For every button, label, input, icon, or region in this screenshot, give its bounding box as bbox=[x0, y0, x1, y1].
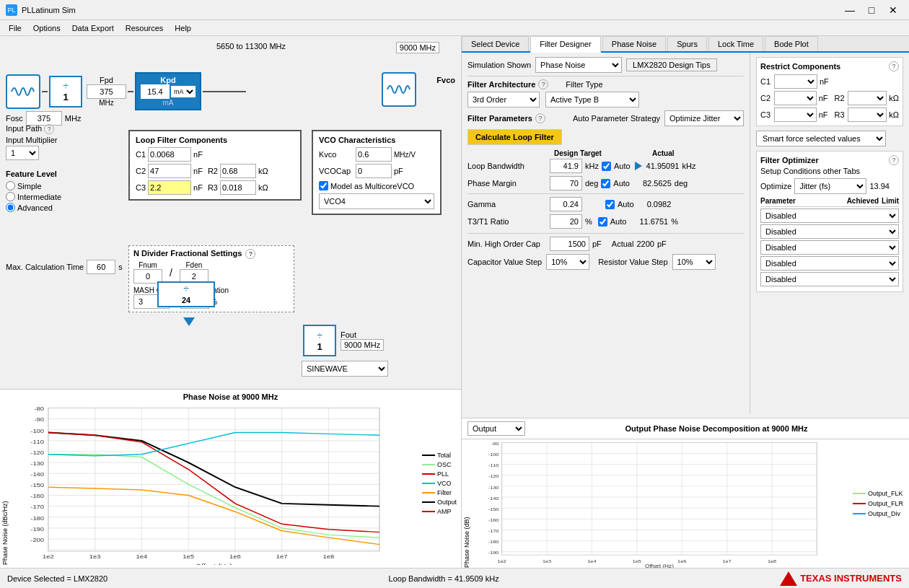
svg-text:-170: -170 bbox=[488, 529, 499, 533]
auto-param-select[interactable]: Optimize Jitter bbox=[664, 110, 744, 126]
kpd-input[interactable] bbox=[141, 84, 170, 99]
restrict-r3[interactable] bbox=[848, 107, 887, 122]
content-area: 5650 to 11300 MHz 9000 MHz bbox=[0, 36, 909, 568]
loop-bw-label: Loop Bandwidth bbox=[467, 162, 547, 170]
input-path-info[interactable]: ? bbox=[44, 124, 54, 134]
phase-chart-legend: Total OSC PLL VCO Filter Output AMP bbox=[418, 401, 461, 565]
menu-data-export[interactable]: Data Export bbox=[66, 22, 120, 34]
tab-bode-plot[interactable]: Bode Plot bbox=[765, 36, 818, 51]
min-cap-input[interactable] bbox=[550, 237, 589, 251]
svg-marker-83 bbox=[780, 571, 797, 586]
close-button[interactable]: ✕ bbox=[883, 3, 903, 17]
restrict-c3[interactable] bbox=[774, 107, 817, 122]
svg-text:-180: -180 bbox=[488, 540, 499, 544]
feature-advanced-radio[interactable] bbox=[6, 203, 15, 212]
tab-lock-time[interactable]: Lock Time bbox=[708, 36, 763, 51]
svg-text:-100: -100 bbox=[30, 427, 44, 434]
gamma-input[interactable] bbox=[550, 197, 582, 211]
c1-input[interactable] bbox=[148, 147, 191, 162]
restrict-c1[interactable] bbox=[774, 74, 817, 89]
titlebar-left: PL PLLatinum Sim bbox=[6, 4, 76, 16]
res-step-select[interactable]: 10% bbox=[672, 254, 716, 270]
optimizer-row-5[interactable]: Disabled bbox=[760, 272, 899, 286]
vco-select[interactable]: VCO4 bbox=[319, 193, 434, 209]
filter-type-label: Filter Type bbox=[566, 80, 602, 89]
optimizer-row-2[interactable]: Disabled bbox=[760, 224, 899, 239]
tab-filter-designer[interactable]: Filter Designer bbox=[530, 36, 601, 53]
svg-text:-120: -120 bbox=[30, 449, 44, 456]
calculate-button[interactable]: Calculate Loop Filter bbox=[467, 129, 562, 145]
svg-text:Offset (Hz): Offset (Hz) bbox=[645, 563, 674, 568]
svg-text:-130: -130 bbox=[488, 485, 499, 489]
feature-intermediate[interactable]: Intermediate bbox=[6, 192, 61, 201]
svg-text:-150: -150 bbox=[30, 482, 44, 488]
menu-options[interactable]: Options bbox=[27, 22, 66, 34]
svg-text:1e7: 1e7 bbox=[276, 553, 288, 559]
smart-force-select[interactable]: Smart force selected values bbox=[756, 131, 886, 146]
actual-header: Actual bbox=[652, 149, 675, 157]
restrict-c2[interactable] bbox=[774, 91, 817, 105]
loop-bw-auto-checkbox[interactable] bbox=[602, 162, 611, 171]
restrict-info[interactable]: ? bbox=[889, 61, 899, 71]
tab-select-device[interactable]: Select Device bbox=[462, 36, 529, 51]
menu-file[interactable]: File bbox=[3, 22, 27, 34]
restrict-r2[interactable] bbox=[848, 91, 887, 105]
loop-bw-actual: 41.95091 bbox=[646, 162, 680, 170]
optimize-select[interactable]: Jitter (fs) bbox=[794, 178, 866, 194]
design-tips-button[interactable]: LMX2820 Design Tips bbox=[626, 58, 717, 71]
kvco-input[interactable] bbox=[356, 147, 392, 162]
fosc-input[interactable] bbox=[26, 111, 62, 126]
ndiv-info[interactable]: ? bbox=[245, 249, 255, 259]
optimizer-info[interactable]: ? bbox=[889, 155, 899, 165]
device-status: Device Selected = LMX2820 bbox=[7, 574, 107, 583]
simulation-select[interactable]: Phase Noise bbox=[535, 57, 622, 73]
optimizer-row-1[interactable]: Disabled bbox=[760, 209, 899, 223]
svg-text:1e7: 1e7 bbox=[723, 558, 732, 563]
input-multiplier-select[interactable]: 1 bbox=[6, 146, 39, 160]
feature-intermediate-radio[interactable] bbox=[6, 192, 15, 201]
r2-input[interactable] bbox=[220, 164, 256, 178]
max-calc-input[interactable] bbox=[87, 260, 115, 274]
max-calc-label: Max. Calculation Time bbox=[6, 263, 84, 271]
tab-spurs[interactable]: Spurs bbox=[667, 36, 707, 51]
svg-text:1e4: 1e4 bbox=[136, 553, 148, 559]
minimize-button[interactable]: — bbox=[840, 3, 860, 17]
menu-resources[interactable]: Resources bbox=[120, 22, 170, 34]
optimizer-row-3[interactable]: Disabled bbox=[760, 240, 899, 255]
menu-help[interactable]: Help bbox=[169, 22, 197, 34]
phase-margin-auto-checkbox[interactable] bbox=[601, 179, 610, 188]
maximize-button[interactable]: □ bbox=[861, 3, 882, 17]
c3-input[interactable] bbox=[148, 180, 191, 195]
cap-step-select[interactable]: 10% bbox=[546, 254, 589, 270]
svg-text:1e6: 1e6 bbox=[677, 558, 686, 563]
feature-advanced[interactable]: Advanced bbox=[6, 203, 61, 212]
phase-margin-input[interactable] bbox=[550, 176, 582, 190]
ndiv-input[interactable] bbox=[164, 294, 208, 306]
filter-arch-info[interactable]: ? bbox=[538, 79, 548, 89]
optimize-actual: 13.94 bbox=[869, 182, 890, 190]
filter-type-select[interactable]: Active Type B bbox=[545, 92, 639, 107]
kpd-select[interactable]: mA bbox=[171, 86, 196, 97]
t3t1-auto-checkbox[interactable] bbox=[598, 217, 607, 227]
t3t1-input[interactable] bbox=[550, 214, 582, 229]
gamma-auto-checkbox[interactable] bbox=[605, 200, 615, 209]
optimizer-row-4[interactable]: Disabled bbox=[760, 256, 899, 271]
c2-input[interactable] bbox=[148, 164, 191, 178]
feature-simple-radio[interactable] bbox=[6, 181, 15, 190]
r3-input[interactable] bbox=[220, 180, 256, 195]
svg-text:-80: -80 bbox=[34, 405, 44, 412]
filter-order-select[interactable]: 3rd Order bbox=[467, 92, 540, 107]
svg-text:-170: -170 bbox=[30, 504, 44, 510]
filter-params-info[interactable]: ? bbox=[535, 113, 545, 123]
tab-phase-noise[interactable]: Phase Noise bbox=[602, 36, 666, 51]
ndiv-arrow-down bbox=[183, 317, 195, 326]
svg-text:1e3: 1e3 bbox=[543, 558, 551, 563]
model-multicore-checkbox[interactable] bbox=[319, 181, 328, 190]
vcocap-input[interactable] bbox=[356, 164, 392, 178]
fpd-input[interactable] bbox=[87, 84, 126, 99]
feature-simple[interactable]: Simple bbox=[6, 181, 61, 190]
svg-text:-130: -130 bbox=[30, 460, 44, 467]
loop-bw-input[interactable] bbox=[550, 159, 582, 173]
output-dropdown[interactable]: Output bbox=[467, 421, 525, 436]
fout-type-select[interactable]: SINEWAVE bbox=[302, 361, 388, 377]
